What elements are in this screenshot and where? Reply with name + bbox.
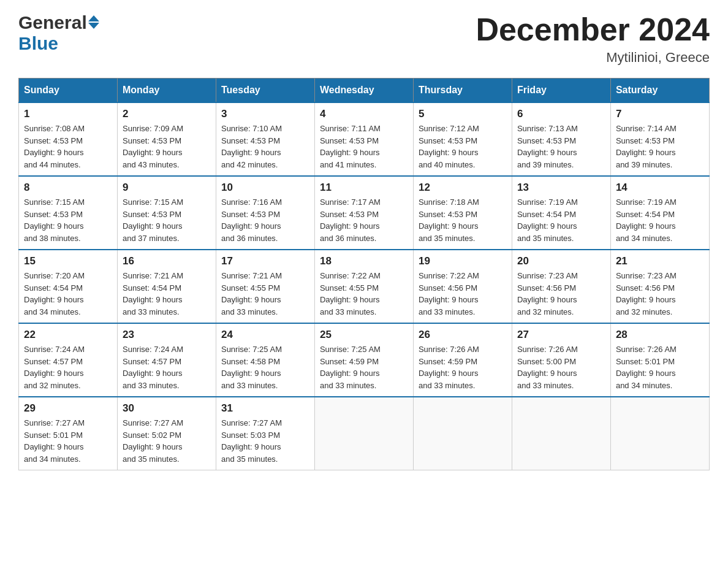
location-text: Mytilinioi, Greece [476, 50, 710, 66]
table-row: 18Sunrise: 7:22 AMSunset: 4:55 PMDayligh… [314, 250, 413, 323]
day-number: 16 [123, 255, 211, 267]
day-number: 30 [123, 402, 211, 415]
day-number: 25 [320, 329, 408, 341]
day-number: 31 [221, 402, 309, 415]
day-info: Sunrise: 7:19 AMSunset: 4:54 PMDaylight:… [517, 196, 605, 244]
table-row: 14Sunrise: 7:19 AMSunset: 4:54 PMDayligh… [610, 176, 709, 250]
day-number: 27 [517, 329, 605, 341]
table-row: 8Sunrise: 7:15 AMSunset: 4:53 PMDaylight… [19, 176, 118, 250]
col-saturday: Saturday [610, 79, 709, 103]
day-info: Sunrise: 7:25 AMSunset: 4:59 PMDaylight:… [320, 343, 408, 391]
table-row: 28Sunrise: 7:26 AMSunset: 5:01 PMDayligh… [610, 323, 709, 397]
day-number: 20 [517, 255, 605, 267]
title-section: December 2024 Mytilinioi, Greece [476, 12, 710, 66]
table-row: 9Sunrise: 7:15 AMSunset: 4:53 PMDaylight… [117, 176, 216, 250]
table-row: 25Sunrise: 7:25 AMSunset: 4:59 PMDayligh… [314, 323, 413, 397]
table-row: 7Sunrise: 7:14 AMSunset: 4:53 PMDaylight… [610, 102, 709, 176]
col-sunday: Sunday [19, 79, 118, 103]
day-info: Sunrise: 7:19 AMSunset: 4:54 PMDaylight:… [616, 196, 704, 244]
day-info: Sunrise: 7:09 AMSunset: 4:53 PMDaylight:… [123, 123, 211, 170]
table-row: 27Sunrise: 7:26 AMSunset: 5:00 PMDayligh… [512, 323, 610, 397]
day-info: Sunrise: 7:08 AMSunset: 4:53 PMDaylight:… [24, 123, 112, 170]
day-info: Sunrise: 7:27 AMSunset: 5:02 PMDaylight:… [123, 417, 211, 465]
table-row: 12Sunrise: 7:18 AMSunset: 4:53 PMDayligh… [413, 176, 512, 250]
table-row: 11Sunrise: 7:17 AMSunset: 4:53 PMDayligh… [314, 176, 413, 250]
col-monday: Monday [117, 79, 216, 103]
day-info: Sunrise: 7:20 AMSunset: 4:54 PMDaylight:… [24, 270, 112, 318]
table-row: 1Sunrise: 7:08 AMSunset: 4:53 PMDaylight… [19, 102, 118, 176]
col-friday: Friday [512, 79, 610, 103]
table-row: 10Sunrise: 7:16 AMSunset: 4:53 PMDayligh… [216, 176, 314, 250]
col-tuesday: Tuesday [216, 79, 314, 103]
day-number: 5 [419, 108, 507, 120]
day-info: Sunrise: 7:15 AMSunset: 4:53 PMDaylight:… [123, 196, 211, 244]
day-info: Sunrise: 7:22 AMSunset: 4:56 PMDaylight:… [419, 270, 507, 318]
day-info: Sunrise: 7:22 AMSunset: 4:55 PMDaylight:… [320, 270, 408, 318]
day-number: 23 [123, 329, 211, 341]
table-row: 6Sunrise: 7:13 AMSunset: 4:53 PMDaylight… [512, 102, 610, 176]
day-number: 1 [24, 108, 112, 120]
logo-blue-text: Blue [18, 33, 58, 54]
day-info: Sunrise: 7:14 AMSunset: 4:53 PMDaylight:… [616, 123, 704, 170]
day-info: Sunrise: 7:24 AMSunset: 4:57 PMDaylight:… [123, 343, 211, 391]
day-number: 7 [616, 108, 704, 120]
day-info: Sunrise: 7:23 AMSunset: 4:56 PMDaylight:… [517, 270, 605, 318]
calendar-table: Sunday Monday Tuesday Wednesday Thursday… [18, 78, 710, 470]
table-row: 13Sunrise: 7:19 AMSunset: 4:54 PMDayligh… [512, 176, 610, 250]
calendar-week-row: 15Sunrise: 7:20 AMSunset: 4:54 PMDayligh… [19, 250, 710, 323]
day-number: 14 [616, 182, 704, 194]
day-info: Sunrise: 7:27 AMSunset: 5:03 PMDaylight:… [221, 417, 309, 465]
calendar-week-row: 8Sunrise: 7:15 AMSunset: 4:53 PMDaylight… [19, 176, 710, 250]
day-number: 15 [24, 255, 112, 267]
day-number: 3 [221, 108, 309, 120]
day-number: 9 [123, 182, 211, 194]
day-number: 6 [517, 108, 605, 120]
day-number: 19 [419, 255, 507, 267]
day-number: 24 [221, 329, 309, 341]
day-info: Sunrise: 7:26 AMSunset: 4:59 PMDaylight:… [419, 343, 507, 391]
logo-general-text: General [18, 12, 87, 33]
day-info: Sunrise: 7:18 AMSunset: 4:53 PMDaylight:… [419, 196, 507, 244]
day-info: Sunrise: 7:27 AMSunset: 5:01 PMDaylight:… [24, 417, 112, 465]
calendar-header-row: Sunday Monday Tuesday Wednesday Thursday… [19, 79, 710, 103]
day-info: Sunrise: 7:17 AMSunset: 4:53 PMDaylight:… [320, 196, 408, 244]
day-info: Sunrise: 7:13 AMSunset: 4:53 PMDaylight:… [517, 123, 605, 170]
table-row: 22Sunrise: 7:24 AMSunset: 4:57 PMDayligh… [19, 323, 118, 397]
day-info: Sunrise: 7:21 AMSunset: 4:55 PMDaylight:… [221, 270, 309, 318]
table-row: 29Sunrise: 7:27 AMSunset: 5:01 PMDayligh… [19, 397, 118, 470]
day-number: 8 [24, 182, 112, 194]
day-number: 12 [419, 182, 507, 194]
day-number: 26 [419, 329, 507, 341]
day-info: Sunrise: 7:24 AMSunset: 4:57 PMDaylight:… [24, 343, 112, 391]
day-info: Sunrise: 7:25 AMSunset: 4:58 PMDaylight:… [221, 343, 309, 391]
day-info: Sunrise: 7:21 AMSunset: 4:54 PMDaylight:… [123, 270, 211, 318]
table-row: 20Sunrise: 7:23 AMSunset: 4:56 PMDayligh… [512, 250, 610, 323]
table-row: 23Sunrise: 7:24 AMSunset: 4:57 PMDayligh… [117, 323, 216, 397]
day-info: Sunrise: 7:10 AMSunset: 4:53 PMDaylight:… [221, 123, 309, 170]
day-number: 28 [616, 329, 704, 341]
table-row: 3Sunrise: 7:10 AMSunset: 4:53 PMDaylight… [216, 102, 314, 176]
table-row: 15Sunrise: 7:20 AMSunset: 4:54 PMDayligh… [19, 250, 118, 323]
logo: General Blue [18, 12, 99, 54]
calendar-week-row: 1Sunrise: 7:08 AMSunset: 4:53 PMDaylight… [19, 102, 710, 176]
day-number: 17 [221, 255, 309, 267]
day-info: Sunrise: 7:26 AMSunset: 5:00 PMDaylight:… [517, 343, 605, 391]
day-info: Sunrise: 7:15 AMSunset: 4:53 PMDaylight:… [24, 196, 112, 244]
table-row: 17Sunrise: 7:21 AMSunset: 4:55 PMDayligh… [216, 250, 314, 323]
day-number: 29 [24, 402, 112, 415]
day-number: 21 [616, 255, 704, 267]
table-row: 26Sunrise: 7:26 AMSunset: 4:59 PMDayligh… [413, 323, 512, 397]
day-number: 4 [320, 108, 408, 120]
day-info: Sunrise: 7:12 AMSunset: 4:53 PMDaylight:… [419, 123, 507, 170]
col-thursday: Thursday [413, 79, 512, 103]
day-number: 22 [24, 329, 112, 341]
table-row: 16Sunrise: 7:21 AMSunset: 4:54 PMDayligh… [117, 250, 216, 323]
page-header: General Blue December 2024 Mytilinioi, G… [18, 12, 710, 66]
table-row: 4Sunrise: 7:11 AMSunset: 4:53 PMDaylight… [314, 102, 413, 176]
calendar-week-row: 22Sunrise: 7:24 AMSunset: 4:57 PMDayligh… [19, 323, 710, 397]
table-row [512, 397, 610, 470]
calendar-week-row: 29Sunrise: 7:27 AMSunset: 5:01 PMDayligh… [19, 397, 710, 470]
col-wednesday: Wednesday [314, 79, 413, 103]
table-row [314, 397, 413, 470]
day-info: Sunrise: 7:11 AMSunset: 4:53 PMDaylight:… [320, 123, 408, 170]
